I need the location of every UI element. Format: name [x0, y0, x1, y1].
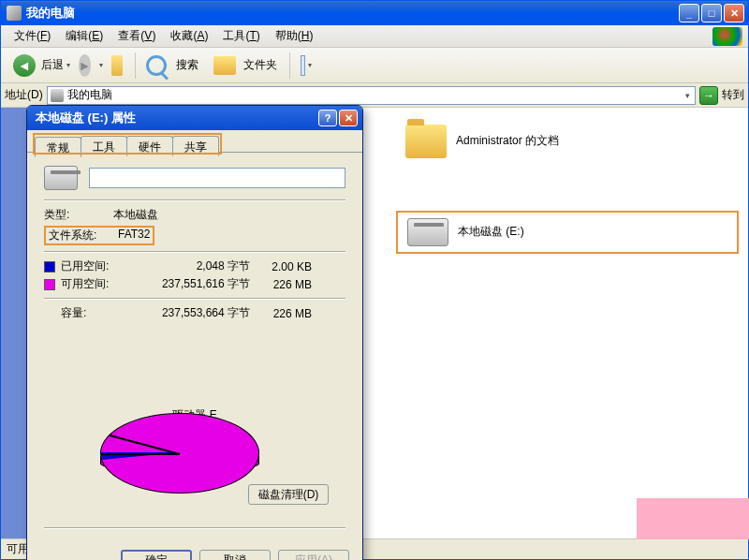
separator	[289, 52, 290, 79]
menu-help[interactable]: 帮助(H)	[268, 25, 321, 47]
address-label: 地址(D)	[5, 87, 43, 103]
forward-arrow-icon: ►	[79, 54, 92, 77]
item-admin-docs[interactable]: Administrator 的文档	[396, 119, 739, 164]
computer-icon	[7, 6, 22, 21]
used-bytes: 2,048 字节	[128, 258, 250, 274]
views-icon	[301, 55, 305, 76]
address-value: 我的电脑	[67, 87, 112, 103]
free-human: 226 MB	[250, 278, 312, 291]
capacity-label: 容量:	[61, 305, 128, 321]
filesystem-value: FAT32	[118, 228, 150, 243]
tab-hardware[interactable]: 硬件	[126, 136, 173, 156]
folder-icon	[405, 125, 447, 158]
item-drive-e[interactable]: 本地磁盘 (E:)	[396, 211, 739, 254]
folders-button[interactable]: 文件夹	[207, 52, 284, 79]
dialog-buttons: 确定 取消 应用(A)	[27, 540, 362, 560]
go-button[interactable]: →	[699, 86, 718, 105]
address-field[interactable]: 我的电脑 ▾	[47, 86, 696, 105]
chevron-down-icon: ▾	[66, 61, 70, 69]
folders-icon	[213, 56, 236, 75]
chevron-down-icon: ▾	[308, 61, 312, 69]
usage-pie: 驱动器 E 磁盘清理(D)	[44, 407, 345, 522]
menu-file[interactable]: 文件(F)	[7, 25, 58, 47]
minimize-button[interactable]: _	[679, 4, 699, 22]
tab-sharing[interactable]: 共享	[172, 136, 219, 156]
drive-icon	[407, 218, 448, 246]
search-button[interactable]: 搜索	[140, 52, 205, 80]
menu-favorites[interactable]: 收藏(A)	[163, 25, 215, 47]
menubar: 文件(F) 编辑(E) 查看(V) 收藏(A) 工具(T) 帮助(H)	[1, 25, 748, 48]
address-dropdown-icon[interactable]: ▾	[683, 91, 692, 100]
tabstrip: 常规 工具 硬件 共享	[27, 130, 362, 153]
apply-button[interactable]: 应用(A)	[278, 550, 349, 560]
properties-dialog: 本地磁盘 (E:) 属性 ? ✕ 常规 工具 硬件 共享 类型: 本地磁盘 文件…	[26, 105, 363, 560]
free-label: 可用空间:	[61, 276, 128, 292]
menu-edit[interactable]: 编辑(E)	[58, 25, 110, 47]
annotation-highlight: 文件系统: FAT32	[44, 226, 154, 245]
window-title: 我的电脑	[26, 5, 679, 22]
dialog-title: 本地磁盘 (E:) 属性	[32, 110, 316, 126]
capacity-bytes: 237,553,664 字节	[128, 305, 250, 321]
item-label: Administrator 的文档	[456, 134, 578, 149]
close-button[interactable]: ✕	[724, 4, 744, 22]
titlebar[interactable]: 我的电脑 _ □ ✕	[1, 1, 748, 25]
type-value: 本地磁盘	[113, 207, 158, 223]
xp-logo-icon	[712, 27, 742, 46]
dialog-titlebar[interactable]: 本地磁盘 (E:) 属性 ? ✕	[27, 106, 362, 130]
dialog-close-button[interactable]: ✕	[339, 110, 358, 126]
drive-icon	[44, 166, 78, 190]
search-icon	[146, 55, 167, 76]
overlay-artifact	[637, 498, 749, 539]
free-bytes: 237,551,616 字节	[128, 276, 250, 292]
up-button[interactable]	[105, 53, 129, 78]
back-arrow-icon: ◄	[13, 54, 36, 77]
used-human: 2.00 KB	[250, 260, 312, 273]
forward-button[interactable]: ►▾	[79, 53, 103, 78]
chevron-down-icon: ▾	[99, 61, 103, 69]
used-swatch-icon	[44, 261, 55, 273]
computer-icon	[51, 89, 64, 102]
dialog-body: 类型: 本地磁盘 文件系统: FAT32 已用空间: 2,048 字节 2.00…	[27, 153, 362, 540]
drive-name-input[interactable]	[89, 168, 345, 188]
type-label: 类型:	[44, 207, 113, 223]
cancel-button[interactable]: 取消	[199, 550, 271, 560]
menu-view[interactable]: 查看(V)	[110, 25, 163, 47]
tab-general[interactable]: 常规	[35, 137, 81, 157]
dialog-help-button[interactable]: ?	[318, 110, 337, 126]
disk-cleanup-button[interactable]: 磁盘清理(D)	[248, 484, 329, 505]
toolbar: ◄ 后退▾ ►▾ 搜索 文件夹 ▾	[1, 48, 748, 83]
back-button[interactable]: ◄ 后退▾	[7, 51, 77, 81]
maximize-button[interactable]: □	[701, 4, 722, 22]
filesystem-label: 文件系统:	[49, 228, 118, 243]
views-button[interactable]: ▾	[294, 53, 318, 78]
free-swatch-icon	[44, 279, 55, 290]
tab-tools[interactable]: 工具	[81, 136, 127, 156]
used-label: 已用空间:	[61, 258, 128, 274]
ok-button[interactable]: 确定	[121, 550, 192, 560]
menu-tools[interactable]: 工具(T)	[215, 25, 267, 47]
go-label: 转到	[722, 87, 744, 103]
folder-up-icon	[111, 55, 123, 76]
capacity-human: 226 MB	[250, 307, 312, 320]
separator	[135, 52, 136, 79]
item-label: 本地磁盘 (E:)	[458, 225, 524, 240]
